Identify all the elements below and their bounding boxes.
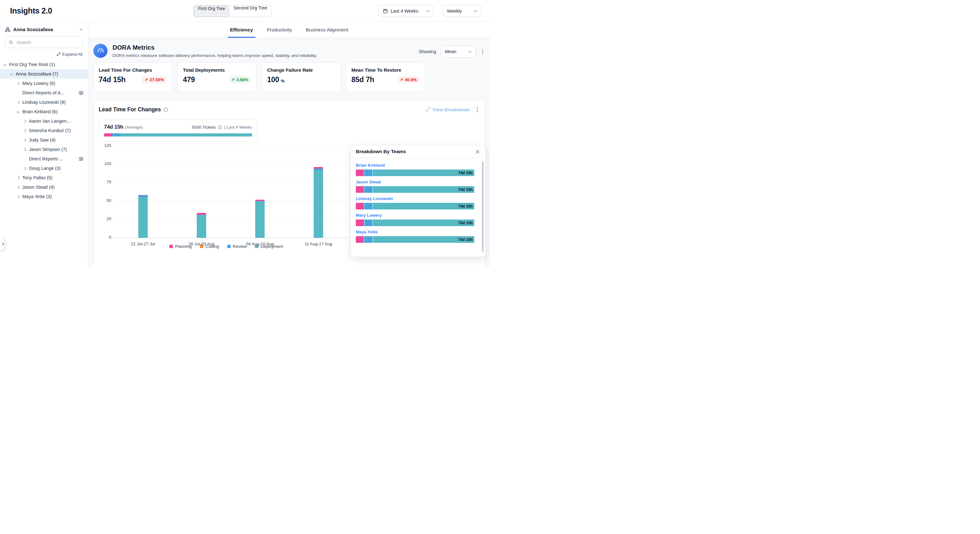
tree-item[interactable]: Sireesha Kunduri (7) (0, 126, 88, 135)
dora-header: DORA Metrics DORA metrics measure softwa… (93, 42, 485, 59)
bar-segment-planning (104, 133, 112, 137)
chevron-right-icon[interactable] (17, 195, 20, 198)
metric-delta-value: 40.8% (405, 77, 417, 82)
team-name-link[interactable]: Mary Lowery (356, 213, 382, 218)
team-name-link[interactable]: Jason Stead (356, 180, 381, 184)
tree-item-label: Mary Lowery (6) (22, 81, 55, 86)
metric-value-row: 74d 15h27.56% (99, 75, 167, 84)
team-row: Jason Stead74d 15h (356, 179, 475, 193)
toggle-first-org-tree[interactable]: First Org Tree (194, 6, 229, 17)
chart-bar[interactable] (197, 213, 206, 238)
bar-segment-planning (356, 186, 364, 193)
tab-business-alignment[interactable]: Business Alignment (306, 22, 348, 38)
tree-item[interactable]: Aaron Van Langen... (0, 116, 88, 126)
chevron-right-icon[interactable] (23, 148, 26, 151)
dora-kebab-menu[interactable] (480, 48, 485, 56)
info-icon[interactable] (164, 107, 168, 112)
team-bar[interactable]: 74d 15h (356, 236, 475, 243)
aggregation-value: Mean (445, 49, 466, 54)
team-bar[interactable]: 74d 15h (356, 203, 475, 209)
tree-item-label: Lindsay Liszewski (8) (22, 100, 66, 105)
tree-item[interactable]: Direct Reports of A... (0, 88, 88, 97)
sidebar-collapse-handle[interactable] (0, 238, 5, 251)
x-tick-label: 21 Jul-27 Jul (121, 242, 165, 246)
filter-icon[interactable] (79, 157, 84, 161)
chevron-right-icon[interactable] (23, 120, 26, 123)
chevron-right-icon[interactable] (17, 100, 20, 104)
team-bar[interactable]: 74d 15h (356, 220, 475, 226)
lead-time-title: Lead Time For Changes (99, 106, 168, 113)
metric-unit: % (281, 79, 285, 83)
tab-efficiency[interactable]: Efficiency (230, 22, 253, 38)
chevron-down-icon[interactable] (17, 110, 20, 113)
gridline (114, 146, 348, 146)
legend-swatch (169, 245, 173, 248)
breakdown-title: Breakdown By Teams (356, 149, 406, 155)
chevron-up-icon (80, 29, 83, 32)
panel-scrollbar-thumb[interactable] (482, 162, 484, 252)
tree-item[interactable]: Anna Scozzafava (7) (0, 69, 88, 79)
y-tick-label: 0 (99, 235, 111, 240)
tree-item[interactable]: Mary Lowery (6) (0, 79, 88, 88)
tree-item[interactable]: Jason Stead (4) (0, 182, 88, 192)
tree-item[interactable]: Lindsay Liszewski (8) (0, 97, 88, 107)
dora-subtitle: DORA metrics measure software delivery p… (113, 53, 317, 58)
tree-item[interactable]: Tony Pallas (5) (0, 173, 88, 182)
tree-item[interactable]: Jason Simpson (7) (0, 145, 88, 154)
chevron-right-icon[interactable] (23, 167, 26, 170)
granularity-select[interactable]: Weekly (442, 5, 481, 17)
org-tree: First Org Tree Root (1)Anna Scozzafava (… (0, 59, 88, 201)
metric-value: 479 (183, 75, 195, 84)
bar-segment-deployment (138, 197, 148, 238)
chevron-down-icon[interactable] (3, 62, 6, 66)
bar-segment-deployment (255, 201, 265, 238)
info-icon[interactable] (218, 125, 222, 129)
chart-bar[interactable] (138, 195, 148, 238)
team-bar[interactable]: 74d 15h (356, 169, 475, 176)
team-name-link[interactable]: Maya Yette (356, 230, 378, 234)
chevron-right-icon[interactable] (23, 139, 26, 142)
bar-segment-review (364, 203, 372, 209)
metric-card-title: Change Failure Rate (267, 67, 336, 73)
breakdown-panel-header: Breakdown By Teams (351, 145, 485, 158)
tree-item[interactable]: Maya Yette (3) (0, 192, 88, 201)
calendar-icon (383, 8, 388, 14)
date-range-value: Last 4 Weeks (391, 8, 424, 14)
chevron-down-icon[interactable] (10, 72, 13, 75)
search-input[interactable] (16, 40, 79, 45)
lead-time-kebab-menu[interactable] (475, 105, 480, 114)
close-icon[interactable] (475, 149, 480, 155)
chart-bar[interactable] (314, 167, 323, 238)
tree-item[interactable]: Judy Saw (4) (0, 135, 88, 145)
tree-item[interactable]: Direct Reports ... (0, 154, 88, 164)
aggregation-select[interactable]: Mean (441, 46, 476, 57)
bar-segment-review (364, 169, 372, 176)
chevron-right-icon[interactable] (17, 176, 20, 179)
search-icon (9, 40, 13, 45)
dashboard-page: DORA Metrics DORA metrics measure softwa… (88, 38, 490, 267)
lead-time-title-text: Lead Time For Changes (99, 106, 161, 113)
sidebar-header[interactable]: Anna Scozzafava (0, 22, 88, 36)
team-name-link[interactable]: Lindsay Liszewski (356, 196, 393, 201)
tree-item[interactable]: First Org Tree Root (1) (0, 60, 88, 69)
chart-bar[interactable] (255, 200, 265, 238)
team-bar[interactable]: 74d 15h (356, 186, 475, 193)
tab-label: Business Alignment (306, 27, 348, 33)
metric-value-row: 100% (267, 75, 336, 84)
filter-icon[interactable] (79, 91, 84, 95)
topbar-controls: Last 4 Weeks Weekly (379, 5, 481, 17)
tree-item[interactable]: Doug Lange (3) (0, 164, 88, 173)
expand-all-button[interactable]: Expand All (0, 48, 88, 59)
tree-item[interactable]: Brian Kirkland (6) (0, 107, 88, 116)
tree-item-label: Jason Simpson (7) (29, 147, 67, 152)
date-range-select[interactable]: Last 4 Weeks (379, 5, 434, 17)
team-bar-value: 74d 15h (458, 187, 473, 192)
chevron-right-icon[interactable] (23, 129, 26, 132)
team-row: Maya Yette74d 15h (356, 229, 475, 243)
team-name-link[interactable]: Brian Kirkland (356, 163, 385, 167)
toggle-second-org-tree[interactable]: Second Org Tree (229, 5, 271, 17)
view-breakdown-button[interactable]: View Breakdown (426, 107, 470, 112)
tab-productivity[interactable]: Productivity (267, 22, 292, 38)
chevron-right-icon[interactable] (17, 185, 20, 189)
chevron-right-icon[interactable] (17, 82, 20, 85)
